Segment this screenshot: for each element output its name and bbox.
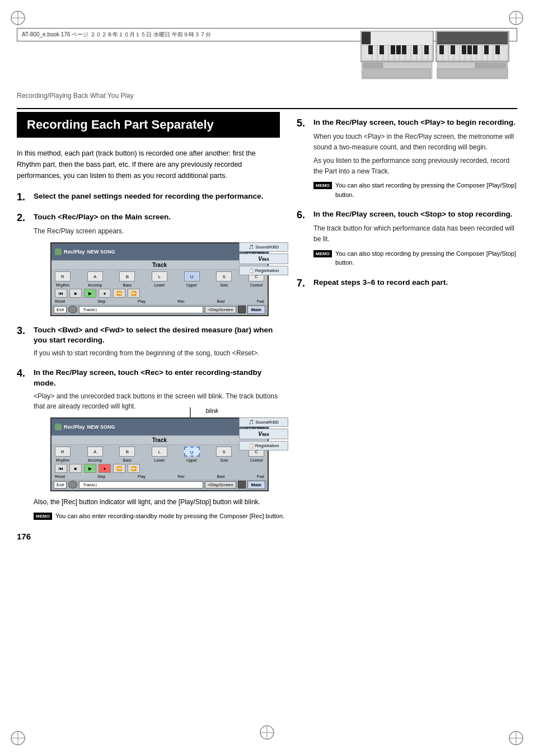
step-4-desc: <Play> and the unrecorded track buttons …	[34, 391, 285, 412]
corner-mark-tr	[508, 10, 524, 26]
screen1-lbl-play: Play	[138, 299, 146, 303]
screen1-sound-kbd[interactable]: 🎵 Sound/KBD	[239, 242, 288, 252]
screen2-vima[interactable]: VIMA	[239, 429, 288, 439]
step-5-desc1: When you touch <Play> in the Rec/Play sc…	[313, 132, 517, 152]
screen2-btn-r[interactable]: R	[55, 447, 71, 457]
screen2-ctrl-rec[interactable]: ●	[99, 464, 111, 473]
step-3-desc: If you wish to start recording from the …	[34, 348, 285, 359]
screen1-ctrl-stop[interactable]: ■	[69, 289, 82, 298]
screen1-btn-a[interactable]: A	[87, 271, 103, 281]
screen1-main[interactable]: Main	[247, 306, 265, 314]
screen1-lbl-bwd: Bwd	[217, 299, 224, 303]
blink-label: blink	[205, 407, 218, 414]
step-1: 1. Select the panel settings needed for …	[17, 191, 285, 203]
screen2-btn-a[interactable]: A	[87, 447, 103, 457]
screen2-ctrl-fwd[interactable]: ⏩	[128, 464, 140, 473]
screen2-ctrl-bwd[interactable]: ⏪	[113, 464, 125, 473]
screen1-label-b: Bass	[119, 283, 135, 287]
screen2-exit[interactable]: Exit	[54, 481, 67, 489]
screen2-lbl-reset: Reset	[55, 475, 65, 478]
keyboard-image	[360, 31, 512, 81]
screen1-icon	[238, 306, 246, 313]
step-4: 4. In the Rec/Play screen, touch <Rec> t…	[17, 368, 285, 520]
screen2-track-selector[interactable]: Track/♩	[79, 481, 203, 489]
svg-rect-58	[475, 63, 506, 68]
screen2-icon	[238, 481, 246, 489]
step-7-number: 7.	[297, 278, 309, 289]
svg-rect-37	[437, 32, 508, 44]
center-cross-mark	[259, 725, 275, 742]
screen1-label-u: Upper	[184, 283, 200, 287]
screen1-track: Track	[51, 260, 268, 270]
section-divider	[17, 108, 517, 109]
screen2-label-b: Bass	[119, 458, 135, 462]
screen2-btn-s[interactable]: S	[216, 447, 232, 457]
screen1-ctrl-reset[interactable]: ⏮	[55, 289, 67, 298]
screen2-label-u: Upper	[184, 458, 200, 462]
memo-badge-rec: MEMO	[34, 513, 52, 520]
svg-rect-53	[467, 45, 472, 54]
screen2-lbl-bwd: Bwd	[217, 475, 224, 478]
screen2-ctrl-play[interactable]: ▶	[84, 464, 96, 473]
screen1-lbl-rec: Rec	[177, 299, 184, 303]
memo-badge-6: MEMO	[313, 250, 332, 257]
left-column: Recording Each Part Separately In this m…	[17, 112, 285, 541]
svg-rect-50	[439, 45, 444, 54]
screen2-right-panel: 🎵 Sound/KBD VIMA 📋 Registration	[239, 417, 288, 450]
screen1-disp[interactable]: =DispScreen	[205, 306, 236, 313]
memo-rec-text: You can also enter recording-standby mod…	[55, 511, 284, 521]
intro-text: In this method, each part (track button)…	[17, 148, 274, 181]
screen2-label-a: Accomp	[87, 458, 103, 462]
memo-rec-box: MEMO You can also enter recording-standb…	[34, 511, 285, 521]
screen2-ctrl-reset[interactable]: ⏮	[55, 464, 67, 473]
screen1-lbl-fwd: Fwd	[257, 299, 264, 303]
screen2-registration[interactable]: 📋 Registration	[239, 441, 288, 450]
screen1-ctrl-play[interactable]: ▶	[84, 289, 96, 298]
screen1-circle	[68, 306, 77, 313]
step-6-number: 6.	[297, 209, 309, 221]
screen1-track-selector[interactable]: Track/♩	[79, 306, 203, 313]
screen1-exit[interactable]: Exit	[54, 306, 67, 313]
screen2-btn-u[interactable]: U	[184, 447, 200, 457]
step-5: 5. In the Rec/Play screen, touch <Play> …	[297, 118, 517, 199]
svg-rect-33	[424, 45, 429, 54]
step-4-title: In the Rec/Play screen, touch <Rec> to e…	[34, 368, 285, 389]
screen1-btn-s[interactable]: S	[216, 271, 232, 281]
screen1-btn-u[interactable]: U	[184, 271, 200, 281]
step-5-title: In the Rec/Play screen, touch <Play> to …	[313, 118, 516, 128]
screen2-lbl-play: Play	[138, 475, 146, 478]
svg-rect-59	[437, 69, 508, 78]
screen1-btn-l[interactable]: L	[152, 271, 167, 281]
screen2-ctrl-stop[interactable]: ■	[69, 464, 82, 473]
screen2-label-s: Solo	[216, 458, 232, 462]
screen2-label-c: Control	[249, 458, 264, 462]
screen1-registration[interactable]: 📋 Registration	[239, 266, 288, 275]
screen1-lbl-stop: Stop	[97, 299, 105, 303]
memo-6-text: You can also stop recording by pressing …	[335, 249, 517, 267]
screen2-label-l: Lower	[152, 458, 167, 462]
screen1-song: NEW SONG	[87, 249, 115, 255]
screen1-label-c: Control	[249, 283, 264, 287]
screen1-ctrl-fwd[interactable]: ⏩	[128, 289, 140, 298]
screen1-vima[interactable]: VIMA	[239, 253, 288, 264]
screen1-right-panel: 🎵 Sound/KBD VIMA 📋 Registration	[239, 242, 288, 275]
screen1-btn-r[interactable]: R	[55, 271, 71, 281]
screen1-ctrl-bwd[interactable]: ⏪	[113, 289, 125, 298]
screen2-sound-kbd[interactable]: 🎵 Sound/KBD	[239, 417, 288, 427]
screen2-btn-b[interactable]: B	[119, 447, 135, 457]
step-1-title: Select the panel settings needed for rec…	[34, 191, 263, 202]
screen2-circle	[68, 481, 77, 489]
svg-rect-29	[391, 45, 395, 54]
step-3: 3. Touch <Bwd> and <Fwd> to select the d…	[17, 325, 285, 359]
corner-mark-br	[508, 730, 524, 746]
screen2-btn-l[interactable]: L	[152, 447, 167, 457]
step-2: 2. Touch <Rec/Play> on the Main screen. …	[17, 212, 285, 316]
screen2-disp[interactable]: =DispScreen	[205, 481, 236, 489]
memo-badge-5: MEMO	[313, 182, 332, 189]
svg-rect-35	[363, 63, 383, 68]
screen1-lbl-reset: Reset	[55, 299, 65, 303]
screen1-btn-b[interactable]: B	[119, 271, 135, 281]
screen2-main[interactable]: Main	[247, 481, 265, 489]
right-column: 5. In the Rec/Play screen, touch <Play> …	[297, 112, 517, 541]
screen1-ctrl-rec[interactable]: ●	[99, 289, 111, 298]
